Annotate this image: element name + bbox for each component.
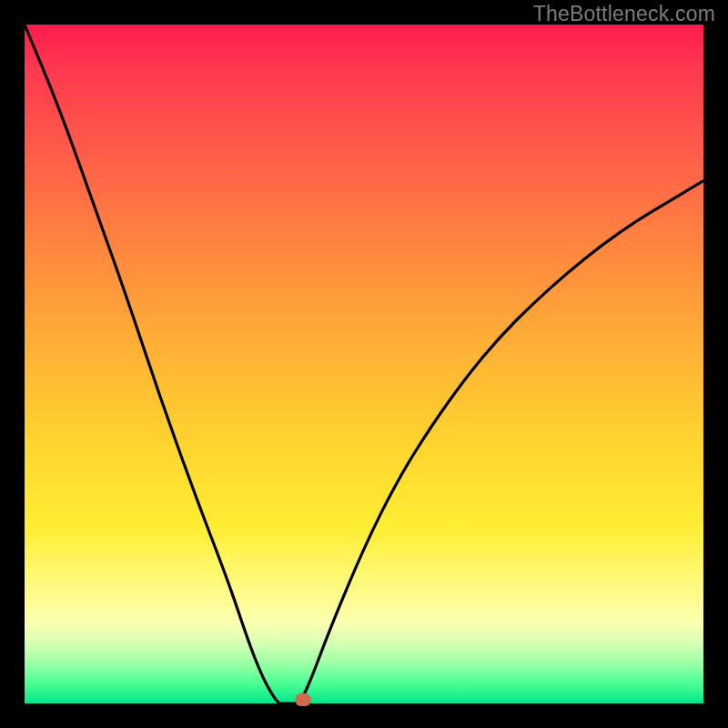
minimum-marker bbox=[295, 693, 310, 706]
chart-frame: TheBottleneck.com bbox=[0, 0, 728, 728]
curve-path bbox=[25, 25, 703, 703]
plot-area bbox=[25, 25, 703, 703]
watermark-text: TheBottleneck.com bbox=[533, 2, 715, 26]
bottleneck-curve bbox=[25, 25, 703, 703]
